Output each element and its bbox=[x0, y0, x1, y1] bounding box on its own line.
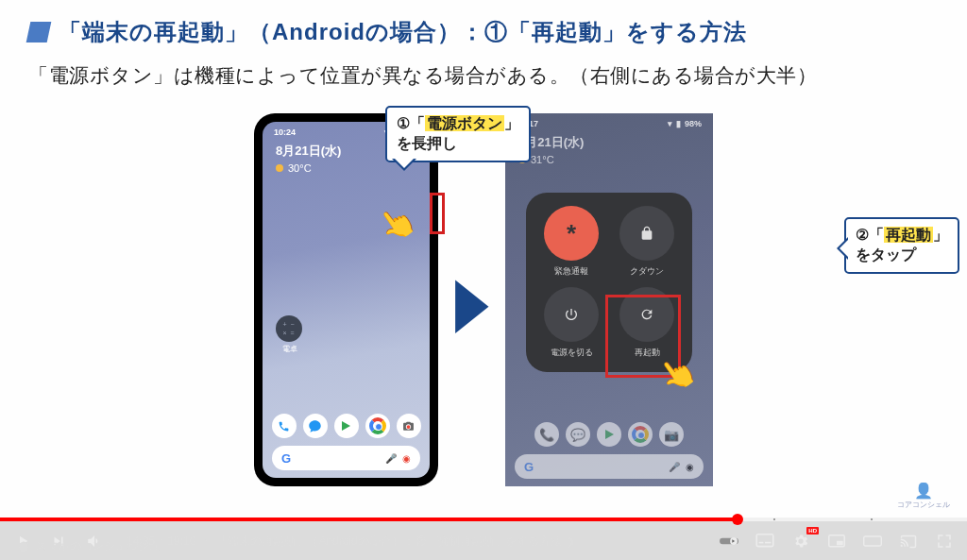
messages-app-icon: 💬 bbox=[566, 422, 590, 447]
lockdown-button: クダウン bbox=[615, 206, 679, 278]
app-dock-2: 📞 💬 📷 bbox=[505, 422, 713, 447]
messages-app-icon bbox=[303, 414, 328, 438]
status-right-2: ▾ ▮ 98% bbox=[668, 119, 702, 128]
svg-rect-8 bbox=[864, 536, 882, 546]
play-store-icon bbox=[597, 422, 621, 447]
lock-icon bbox=[619, 206, 674, 261]
title-decoration bbox=[26, 22, 52, 42]
camera-icon: 📷 bbox=[659, 422, 684, 447]
callout-step-2: ②「再起動」 をタップ bbox=[844, 217, 959, 274]
progress-bar[interactable] bbox=[0, 518, 967, 521]
phones-area: 10:24 ▾ ▮ 96% 8月21日(水) 30°C +−×= bbox=[28, 106, 939, 486]
c1-prefix: ①「 bbox=[397, 115, 425, 131]
bullet: ・ bbox=[200, 534, 212, 550]
app-dock bbox=[263, 414, 430, 438]
google-logo: G bbox=[524, 460, 534, 474]
status-time: 10:24 bbox=[274, 127, 296, 137]
calculator-icon: +−×= bbox=[276, 315, 302, 342]
c2-highlight: 再起動 bbox=[884, 227, 933, 243]
calculator-widget: +−×= 電卓 bbox=[276, 315, 304, 354]
emergency-call-button: * 緊急通報 bbox=[539, 206, 603, 278]
search-bar-icons: 🎤 ◉ bbox=[669, 462, 694, 472]
weather-icon bbox=[276, 164, 283, 172]
google-search-bar: G 🎤 ◉ bbox=[272, 446, 420, 470]
phone-app-icon: 📞 bbox=[534, 422, 559, 447]
progress-played bbox=[0, 518, 738, 521]
c2-prefix: ②「 bbox=[856, 227, 884, 243]
google-search-bar-2: G 🎤 ◉ bbox=[515, 454, 704, 479]
play-store-icon bbox=[334, 414, 359, 438]
autoplay-toggle[interactable] bbox=[720, 532, 738, 551]
signal-icon: ▮ bbox=[676, 119, 681, 128]
settings-button[interactable]: HD bbox=[791, 532, 810, 551]
google-logo: G bbox=[281, 451, 291, 466]
battery-text-2: 98% bbox=[685, 119, 702, 128]
c1-line2: を長押し bbox=[397, 135, 457, 151]
fullscreen-button[interactable] bbox=[935, 532, 954, 551]
progress-scrubber[interactable] bbox=[732, 514, 743, 525]
home-date-2: 8月21日(水) bbox=[505, 130, 713, 151]
cast-button[interactable] bbox=[899, 532, 918, 551]
power-off-label: 電源を切る bbox=[551, 347, 593, 359]
camera-icon bbox=[397, 414, 421, 438]
channel-logo-icon bbox=[17, 540, 30, 553]
channel-overlay[interactable]: スマホのコンシェルジュ bbox=[17, 538, 161, 554]
wifi-icon: ▾ bbox=[668, 119, 672, 128]
search-bar-icons: 🎤 ◉ bbox=[385, 453, 411, 464]
svg-rect-7 bbox=[837, 540, 843, 545]
mic-icon: 🎤 bbox=[669, 462, 680, 472]
power-menu: * 緊急通報 クダウン 電源を切る 再起動 bbox=[526, 193, 692, 372]
captions-button[interactable] bbox=[755, 532, 774, 551]
c2-suffix: 」 bbox=[933, 227, 948, 243]
temp-value-2: 31°C bbox=[531, 154, 554, 165]
chrome-icon bbox=[365, 414, 390, 438]
c1-highlight: 電源ボタン bbox=[425, 115, 504, 131]
svg-rect-4 bbox=[759, 542, 764, 544]
c1-suffix: 」 bbox=[504, 115, 519, 131]
channel-watermark: 👤 コアコンシェル bbox=[897, 482, 950, 510]
controls-right: HD bbox=[720, 532, 954, 551]
slide-subtitle: 「電源ボタン」は機種によって位置が異なる場合がある。（右側にある場合が大半） bbox=[28, 62, 939, 89]
watermark-icon: 👤 bbox=[897, 482, 950, 500]
power-icon bbox=[544, 287, 599, 342]
chrome-icon bbox=[628, 422, 653, 447]
arrow-icon: ▶ bbox=[455, 259, 488, 340]
chapter-title[interactable]: 「端末の再起動」（Androidの場合）：②「強制再起動」をする方法 bbox=[216, 534, 561, 550]
channel-name-text: スマホのコンシェルジュ bbox=[36, 538, 161, 554]
lens-icon: ◉ bbox=[402, 453, 411, 464]
svg-point-0 bbox=[407, 425, 411, 429]
hd-badge: HD bbox=[806, 527, 819, 535]
slide-content: 「端末の再起動」（Androidの場合）：①「再起動」をする方法 「電源ボタン」… bbox=[0, 0, 967, 518]
status-bar-2: 10:17 ▾ ▮ 98% bbox=[505, 113, 713, 130]
c2-line2: をタップ bbox=[856, 246, 916, 263]
phone-right-screen: 10:17 ▾ ▮ 98% 8月21日(水) 31°C * bbox=[505, 113, 713, 486]
phone-right: 10:17 ▾ ▮ 98% 8月21日(水) 31°C * bbox=[505, 113, 713, 486]
temp-value: 30°C bbox=[288, 162, 312, 174]
time-display: 14:35 / 19:10 ・ 「端末の再起動」（Androidの場合）：②「強… bbox=[127, 534, 575, 550]
power-off-button: 電源を切る bbox=[539, 287, 603, 359]
theater-mode-button[interactable] bbox=[863, 532, 882, 551]
slide-title: 「端末の再起動」（Androidの場合）：①「再起動」をする方法 bbox=[59, 17, 747, 47]
emergency-label: 緊急通報 bbox=[554, 265, 588, 278]
lockdown-label: クダウン bbox=[630, 265, 664, 278]
miniplayer-button[interactable] bbox=[827, 532, 846, 551]
chevron-right-icon[interactable]: ❯ bbox=[567, 535, 575, 548]
home-weather-2: 31°C bbox=[505, 151, 713, 168]
power-button-highlight bbox=[430, 193, 445, 234]
total-time: 19:10 bbox=[167, 535, 195, 548]
emergency-icon: * bbox=[544, 206, 599, 261]
lens-icon: ◉ bbox=[686, 462, 694, 472]
callout-step-1: ①「電源ボタン」 を長押し bbox=[385, 106, 531, 162]
svg-rect-3 bbox=[756, 535, 773, 547]
mic-icon: 🎤 bbox=[385, 453, 397, 464]
watermark-label: コアコンシェル bbox=[897, 500, 950, 510]
phone-app-icon bbox=[272, 414, 297, 438]
svg-rect-5 bbox=[765, 542, 771, 544]
title-row: 「端末の再起動」（Androidの場合）：①「再起動」をする方法 bbox=[28, 17, 939, 47]
calculator-label: 電卓 bbox=[276, 344, 304, 354]
